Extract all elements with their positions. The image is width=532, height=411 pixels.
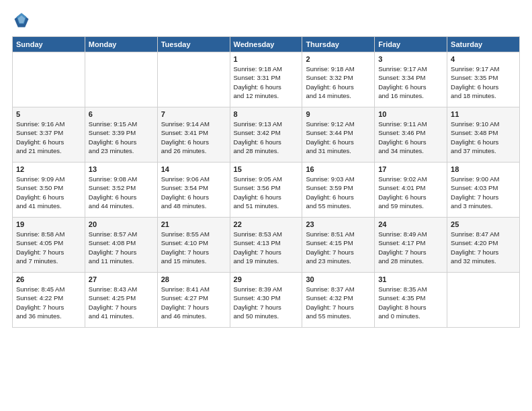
logo [12,11,34,30]
calendar-table: SundayMondayTuesdayWednesdayThursdayFrid… [12,36,520,328]
calendar-cell: 5Sunrise: 9:16 AM Sunset: 3:37 PM Daylig… [13,107,85,163]
day-number: 26 [16,275,81,283]
day-info: Sunrise: 9:18 AM Sunset: 3:31 PM Dayligh… [234,64,299,100]
calendar-cell: 2Sunrise: 9:18 AM Sunset: 3:32 PM Daylig… [302,52,375,107]
day-info: Sunrise: 9:15 AM Sunset: 3:39 PM Dayligh… [89,120,154,155]
calendar-cell: 28Sunrise: 8:41 AM Sunset: 4:27 PM Dayli… [157,273,230,328]
day-number: 3 [378,55,443,63]
logo-icon [12,11,31,30]
calendar-cell: 14Sunrise: 9:06 AM Sunset: 3:54 PM Dayli… [157,163,230,218]
calendar-cell: 16Sunrise: 9:03 AM Sunset: 3:59 PM Dayli… [302,163,375,218]
day-number: 4 [451,55,516,63]
day-number: 14 [161,165,226,173]
day-info: Sunrise: 9:10 AM Sunset: 3:48 PM Dayligh… [451,120,516,155]
calendar-cell: 18Sunrise: 9:00 AM Sunset: 4:03 PM Dayli… [447,163,520,218]
day-info: Sunrise: 9:09 AM Sunset: 3:50 PM Dayligh… [16,175,81,210]
day-number: 16 [306,165,371,173]
calendar-cell: 6Sunrise: 9:15 AM Sunset: 3:39 PM Daylig… [85,107,157,163]
day-number: 1 [234,55,299,63]
day-number: 23 [306,220,371,228]
day-info: Sunrise: 9:11 AM Sunset: 3:46 PM Dayligh… [378,120,443,155]
weekday-tuesday: Tuesday [157,37,230,52]
calendar-cell [13,52,85,107]
day-info: Sunrise: 9:06 AM Sunset: 3:54 PM Dayligh… [161,175,226,210]
day-number: 22 [234,220,299,228]
day-info: Sunrise: 8:41 AM Sunset: 4:27 PM Dayligh… [161,285,226,320]
weekday-monday: Monday [85,37,157,52]
day-number: 18 [451,165,516,173]
day-number: 2 [306,55,371,63]
week-row-1: 1Sunrise: 9:18 AM Sunset: 3:31 PM Daylig… [13,52,520,107]
day-info: Sunrise: 8:55 AM Sunset: 4:10 PM Dayligh… [161,230,226,265]
calendar-cell: 13Sunrise: 9:08 AM Sunset: 3:52 PM Dayli… [85,163,157,218]
day-number: 17 [378,165,443,173]
calendar-cell: 8Sunrise: 9:13 AM Sunset: 3:42 PM Daylig… [230,107,302,163]
day-number: 28 [161,275,226,283]
day-number: 8 [234,110,299,118]
day-info: Sunrise: 8:58 AM Sunset: 4:05 PM Dayligh… [16,230,81,265]
weekday-thursday: Thursday [302,37,375,52]
week-row-5: 26Sunrise: 8:45 AM Sunset: 4:22 PM Dayli… [13,273,520,328]
calendar-cell: 12Sunrise: 9:09 AM Sunset: 3:50 PM Dayli… [13,163,85,218]
weekday-sunday: Sunday [13,37,85,52]
week-row-3: 12Sunrise: 9:09 AM Sunset: 3:50 PM Dayli… [13,163,520,218]
calendar-cell [447,273,520,328]
day-info: Sunrise: 8:43 AM Sunset: 4:25 PM Dayligh… [89,285,154,320]
weekday-friday: Friday [375,37,447,52]
calendar-cell: 25Sunrise: 8:47 AM Sunset: 4:20 PM Dayli… [447,218,520,273]
page: SundayMondayTuesdayWednesdayThursdayFrid… [0,0,532,411]
week-row-4: 19Sunrise: 8:58 AM Sunset: 4:05 PM Dayli… [13,218,520,273]
day-number: 5 [16,110,81,118]
calendar-cell: 11Sunrise: 9:10 AM Sunset: 3:48 PM Dayli… [447,107,520,163]
day-number: 21 [161,220,226,228]
day-number: 6 [89,110,154,118]
calendar-cell: 22Sunrise: 8:53 AM Sunset: 4:13 PM Dayli… [230,218,302,273]
week-row-2: 5Sunrise: 9:16 AM Sunset: 3:37 PM Daylig… [13,107,520,163]
calendar-cell [157,52,230,107]
day-info: Sunrise: 9:18 AM Sunset: 3:32 PM Dayligh… [306,64,371,100]
calendar-cell: 9Sunrise: 9:12 AM Sunset: 3:44 PM Daylig… [302,107,375,163]
calendar-cell: 20Sunrise: 8:57 AM Sunset: 4:08 PM Dayli… [85,218,157,273]
day-number: 7 [161,110,226,118]
day-info: Sunrise: 9:02 AM Sunset: 4:01 PM Dayligh… [378,175,443,210]
day-info: Sunrise: 9:03 AM Sunset: 3:59 PM Dayligh… [306,175,371,210]
day-info: Sunrise: 8:51 AM Sunset: 4:15 PM Dayligh… [306,230,371,265]
calendar-cell: 3Sunrise: 9:17 AM Sunset: 3:34 PM Daylig… [375,52,447,107]
weekday-header-row: SundayMondayTuesdayWednesdayThursdayFrid… [13,37,520,52]
calendar-cell: 1Sunrise: 9:18 AM Sunset: 3:31 PM Daylig… [230,52,302,107]
calendar-cell: 21Sunrise: 8:55 AM Sunset: 4:10 PM Dayli… [157,218,230,273]
day-number: 24 [378,220,443,228]
calendar-cell: 4Sunrise: 9:17 AM Sunset: 3:35 PM Daylig… [447,52,520,107]
day-number: 10 [378,110,443,118]
day-info: Sunrise: 8:45 AM Sunset: 4:22 PM Dayligh… [16,285,81,320]
day-number: 31 [378,275,443,283]
calendar-cell: 27Sunrise: 8:43 AM Sunset: 4:25 PM Dayli… [85,273,157,328]
day-info: Sunrise: 9:00 AM Sunset: 4:03 PM Dayligh… [451,175,516,210]
calendar-cell: 7Sunrise: 9:14 AM Sunset: 3:41 PM Daylig… [157,107,230,163]
day-info: Sunrise: 9:12 AM Sunset: 3:44 PM Dayligh… [306,120,371,155]
calendar-cell: 10Sunrise: 9:11 AM Sunset: 3:46 PM Dayli… [375,107,447,163]
day-info: Sunrise: 9:17 AM Sunset: 3:34 PM Dayligh… [378,64,443,100]
calendar-cell: 24Sunrise: 8:49 AM Sunset: 4:17 PM Dayli… [375,218,447,273]
day-info: Sunrise: 8:47 AM Sunset: 4:20 PM Dayligh… [451,230,516,265]
day-info: Sunrise: 9:17 AM Sunset: 3:35 PM Dayligh… [451,64,516,100]
day-number: 27 [89,275,154,283]
day-info: Sunrise: 8:57 AM Sunset: 4:08 PM Dayligh… [89,230,154,265]
calendar-cell: 26Sunrise: 8:45 AM Sunset: 4:22 PM Dayli… [13,273,85,328]
day-info: Sunrise: 8:53 AM Sunset: 4:13 PM Dayligh… [234,230,299,265]
day-number: 9 [306,110,371,118]
day-number: 30 [306,275,371,283]
day-info: Sunrise: 9:08 AM Sunset: 3:52 PM Dayligh… [89,175,154,210]
day-info: Sunrise: 8:35 AM Sunset: 4:35 PM Dayligh… [378,285,443,320]
calendar-cell: 19Sunrise: 8:58 AM Sunset: 4:05 PM Dayli… [13,218,85,273]
day-number: 25 [451,220,516,228]
day-info: Sunrise: 9:05 AM Sunset: 3:56 PM Dayligh… [234,175,299,210]
calendar-cell: 30Sunrise: 8:37 AM Sunset: 4:32 PM Dayli… [302,273,375,328]
day-info: Sunrise: 9:13 AM Sunset: 3:42 PM Dayligh… [234,120,299,155]
calendar-cell [85,52,157,107]
day-number: 20 [89,220,154,228]
header [12,11,520,30]
weekday-saturday: Saturday [447,37,520,52]
day-number: 13 [89,165,154,173]
day-number: 29 [234,275,299,283]
